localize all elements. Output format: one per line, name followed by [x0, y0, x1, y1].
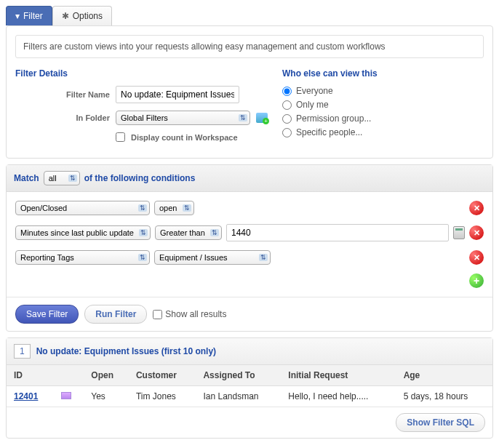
view-option-permission-group[interactable]: Permission group... — [282, 113, 484, 124]
match-conditions-section: Match all of the following conditions Op… — [6, 164, 493, 332]
condition-field-select[interactable]: Reporting Tags — [15, 250, 150, 265]
results-title: No update: Equipment Issues (first 10 on… — [36, 346, 216, 356]
filter-name-label: Filter Name — [15, 90, 110, 99]
condition-operator-select[interactable]: Greater than — [155, 225, 222, 240]
view-option-everyone[interactable]: Everyone — [282, 86, 484, 96]
col-age: Age — [396, 365, 492, 386]
in-folder-label: In Folder — [15, 113, 110, 122]
delete-condition-button[interactable] — [469, 225, 484, 240]
display-count-label: Display count in Workspace — [131, 133, 238, 142]
table-row[interactable]: 12401 Yes Tim Jones Ian Landsman Hello, … — [7, 386, 492, 407]
match-mode-select[interactable]: all — [44, 171, 80, 185]
tab-filter-label: Filter — [23, 11, 43, 21]
page-number[interactable]: 1 — [14, 344, 31, 359]
save-filter-button[interactable]: Save Filter — [15, 305, 79, 324]
condition-row: Open/Closed open — [15, 201, 484, 215]
tab-options[interactable]: ✱ Options — [52, 6, 112, 25]
cell-initial: Hello, I need help..... — [281, 386, 396, 407]
mail-icon — [61, 392, 71, 399]
delete-condition-button[interactable] — [469, 250, 484, 265]
filter-details-title: Filter Details — [15, 68, 268, 79]
in-folder-select[interactable]: Global Filters — [116, 111, 250, 125]
results-section: 1 No update: Equipment Issues (first 10 … — [6, 337, 493, 439]
col-icon — [54, 365, 84, 386]
col-id: ID — [7, 365, 54, 386]
filter-icon: ▾ — [15, 11, 20, 21]
run-filter-button[interactable]: Run Filter — [84, 305, 147, 324]
show-all-results-check[interactable]: Show all results — [153, 309, 226, 319]
view-option-only-me[interactable]: Only me — [282, 100, 484, 110]
match-prefix: Match — [14, 173, 39, 183]
info-banner: Filters are custom views into your reque… — [15, 35, 484, 58]
condition-field-select[interactable]: Minutes since last public update — [15, 225, 151, 240]
new-folder-icon[interactable] — [256, 113, 268, 123]
col-open: Open — [84, 365, 129, 386]
condition-row: Minutes since last public update Greater… — [15, 224, 484, 241]
condition-operator-select[interactable]: Equipment / Issues — [154, 250, 271, 265]
delete-condition-button[interactable] — [469, 201, 484, 215]
match-suffix: of the following conditions — [84, 173, 196, 183]
tab-options-label: Options — [73, 11, 103, 21]
view-this-title: Who else can view this — [282, 68, 484, 79]
condition-value-input[interactable] — [226, 224, 449, 241]
condition-operator-select[interactable]: open — [154, 201, 194, 215]
condition-row: Reporting Tags Equipment / Issues — [15, 250, 484, 265]
cell-open: Yes — [84, 386, 129, 407]
display-count-checkbox[interactable] — [116, 132, 125, 142]
col-initial: Initial Request — [281, 365, 396, 386]
filter-name-input[interactable] — [116, 86, 239, 103]
col-customer: Customer — [129, 365, 196, 386]
view-option-specific-people[interactable]: Specific people... — [282, 127, 484, 137]
request-id-link[interactable]: 12401 — [14, 391, 38, 401]
gear-icon: ✱ — [62, 11, 69, 21]
cell-age: 5 days, 18 hours — [396, 386, 492, 407]
cell-customer: Tim Jones — [129, 386, 196, 407]
show-filter-sql-button[interactable]: Show Filter SQL — [396, 413, 485, 432]
cell-assigned: Ian Landsman — [196, 386, 281, 407]
condition-field-select[interactable]: Open/Closed — [15, 201, 150, 215]
filter-settings-section: Filters are custom views into your reque… — [6, 25, 493, 159]
calculator-icon[interactable] — [453, 226, 465, 239]
col-assigned: Assigned To — [196, 365, 281, 386]
tab-filter[interactable]: ▾ Filter — [6, 6, 52, 25]
add-condition-button[interactable] — [469, 273, 484, 288]
results-table: ID Open Customer Assigned To Initial Req… — [7, 365, 492, 407]
